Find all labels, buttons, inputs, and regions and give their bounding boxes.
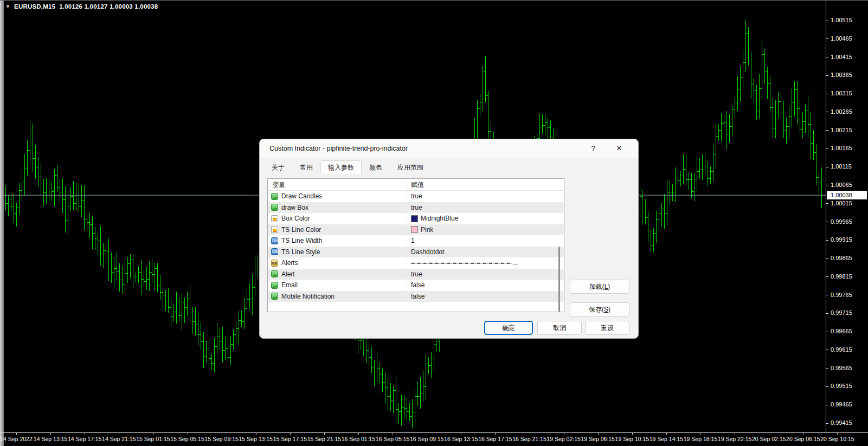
param-value-cell[interactable]: true (411, 269, 422, 280)
parameters-table[interactable]: 变量 赋值 Draw Candlestruedraw BoxtrueBox Co… (267, 178, 564, 312)
param-row[interactable]: TS Line ColorPink (268, 224, 564, 236)
reset-button[interactable]: 重设 (585, 321, 629, 335)
param-row[interactable]: Emailfalse (268, 280, 564, 291)
help-icon[interactable]: ? (585, 139, 601, 158)
time-axis-label: 19 Sep 06:15 (581, 436, 614, 442)
param-row[interactable]: 123TS Line Width1 (268, 235, 564, 247)
price-axis-label: 0.99765 (831, 292, 852, 298)
tab-常用[interactable]: 常用 (292, 160, 320, 174)
price-tick (826, 332, 828, 332)
column-header-value: 赋值 (411, 179, 424, 191)
price-axis-label: 1.00515 (831, 17, 852, 23)
price-tick (826, 112, 828, 112)
param-value: =-=-=-=-=-=-=-=-=-=-=-=-=-=-=-=-=-... (411, 259, 518, 267)
tab-输入参数[interactable]: 输入参数 (320, 160, 362, 174)
time-axis-label: 16 Sep 09:15 (410, 436, 443, 442)
param-value-cell[interactable]: Dashdotdot (411, 247, 444, 258)
tab-颜色[interactable]: 颜色 (362, 160, 390, 174)
tab-关于[interactable]: 关于 (264, 160, 292, 174)
param-row[interactable]: 123TS Line StyleDashdotdot (268, 247, 564, 258)
symbol-ohlc-header: ▼ EURUSD,M15 1.00126 1.00127 1.00003 1.0… (5, 3, 158, 10)
indicator-green-icon (271, 204, 278, 211)
save-button[interactable]: 保存(S) (570, 302, 629, 316)
param-name: draw Box (281, 204, 308, 211)
param-name-cell: Mobile Notification (271, 291, 335, 302)
price-axis-label: 0.99615 (831, 346, 852, 353)
param-row[interactable]: Box ColorMidnightBlue (268, 213, 564, 224)
param-name: Mobile Notification (281, 293, 335, 300)
param-value-cell[interactable]: 1 (411, 235, 415, 247)
column-header-variable: 变量 (272, 179, 285, 191)
time-axis-label: 19 Sep 02:15 (546, 436, 580, 442)
price-axis-label: 1.00115 (831, 163, 852, 170)
time-tick (324, 433, 325, 435)
price-tick (826, 222, 828, 222)
time-tick (153, 433, 153, 435)
color-swatch (411, 215, 418, 222)
dialog-tab-bar: 关于常用输入参数颜色应用范围 (264, 160, 431, 174)
param-name-cell: 123TS Line Width (271, 235, 322, 247)
price-tick (826, 240, 828, 241)
table-header-row: 变量 赋值 (268, 179, 564, 191)
param-value-cell[interactable]: true (411, 202, 422, 214)
price-tick (826, 313, 828, 314)
time-tick (564, 433, 564, 435)
price-tick (826, 94, 828, 94)
price-axis-label: 1.00065 (831, 182, 852, 188)
price-tick (826, 423, 828, 424)
cancel-button[interactable]: 取消 (537, 321, 582, 335)
column-divider (407, 291, 407, 302)
time-axis-label: 15 Sep 17:15 (273, 436, 307, 442)
price-tick (826, 130, 828, 131)
scrollbar-thumb[interactable] (558, 247, 560, 312)
column-divider (407, 235, 407, 247)
column-divider (407, 224, 407, 236)
dialog-titlebar[interactable]: Custom Indicator - pipfinite-trend-pro-i… (260, 139, 638, 158)
param-value-cell[interactable]: false (411, 291, 425, 302)
param-value-cell[interactable]: Pink (411, 224, 433, 236)
load-button[interactable]: 加载(L) (570, 280, 629, 294)
close-icon[interactable]: ✕ (610, 139, 628, 158)
param-row[interactable]: Mobile Notificationfalse (268, 291, 564, 302)
indicator-green-icon (271, 193, 278, 200)
param-value: true (411, 192, 422, 200)
ok-button[interactable]: 确定 (484, 321, 533, 335)
param-row[interactable]: abAlerts=-=-=-=-=-=-=-=-=-=-=-=-=-=-=-=-… (268, 257, 564, 269)
text-ab-icon: ab (271, 260, 278, 267)
color-swatch (411, 226, 418, 233)
price-axis-label: 1.00015 (831, 200, 852, 206)
price-tick (826, 295, 828, 295)
time-tick (119, 433, 119, 435)
chart-collapse-triangle-icon[interactable]: ▼ (5, 4, 10, 9)
price-axis-label: 0.99565 (831, 365, 852, 371)
param-row[interactable]: Alerttrue (268, 269, 564, 280)
time-axis-label: 14 Sep 2022 (0, 436, 33, 442)
time-tick (188, 433, 188, 435)
param-value: false (411, 293, 425, 300)
dialog-title: Custom Indicator - pipfinite-trend-pro-i… (269, 139, 408, 158)
param-value: Dashdotdot (411, 248, 444, 256)
price-tick (826, 38, 828, 39)
time-axis[interactable]: 14 Sep 202214 Sep 13:1514 Sep 17:1514 Se… (0, 432, 868, 446)
param-row[interactable]: Draw Candlestrue (268, 191, 564, 202)
column-divider (407, 269, 407, 280)
param-row[interactable]: draw Boxtrue (268, 202, 564, 214)
param-value-cell[interactable]: false (411, 280, 425, 291)
time-axis-label: 14 Sep 17:15 (68, 436, 101, 442)
price-tick (826, 148, 828, 149)
param-value-cell[interactable]: true (411, 191, 422, 202)
table-scrollbar[interactable] (554, 191, 564, 312)
time-tick (598, 433, 599, 435)
time-tick (16, 433, 17, 435)
param-value-cell[interactable]: MidnightBlue (411, 213, 458, 224)
param-name: Alerts (281, 259, 298, 267)
tab-应用范围[interactable]: 应用范围 (390, 160, 431, 174)
param-name-cell: Email (271, 280, 298, 291)
time-axis-label: 15 Sep 21:15 (307, 436, 341, 442)
time-axis-label: 16 Sep 05:15 (376, 436, 409, 442)
price-axis[interactable]: 1.00038 1.005151.004651.004151.003651.00… (826, 0, 868, 432)
color-page-icon (271, 215, 278, 222)
price-tick (826, 350, 828, 350)
param-value-cell[interactable]: =-=-=-=-=-=-=-=-=-=-=-=-=-=-=-=-=-... (411, 257, 518, 269)
time-axis-label: 19 Sep 14:15 (650, 436, 683, 442)
